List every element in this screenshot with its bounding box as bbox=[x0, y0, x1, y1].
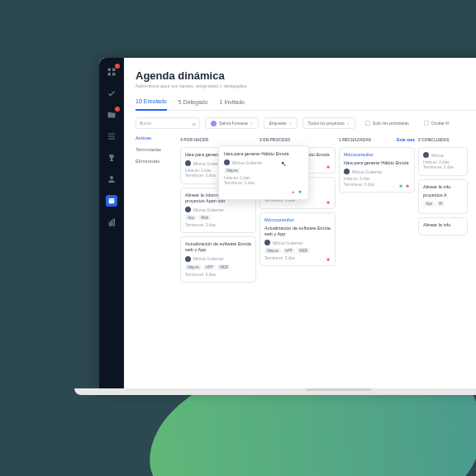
circle-icon: ○ bbox=[320, 257, 325, 262]
tab-finished[interactable]: Terminadas bbox=[136, 147, 174, 152]
svg-rect-2 bbox=[108, 73, 112, 76]
task-card[interactable]: Alinear la info bbox=[418, 217, 468, 236]
slack-icon: ✱ bbox=[298, 189, 303, 194]
svg-rect-3 bbox=[112, 73, 116, 76]
page-title: Agenda dinámica bbox=[136, 69, 476, 82]
task-card[interactable]: Mitzue Inicia en: 2 días Termina en: 3 d… bbox=[418, 147, 468, 176]
flag-icon: ✱ bbox=[406, 183, 411, 188]
task-card[interactable]: Microconsultor Idea para generar Hábito … bbox=[339, 147, 415, 193]
svg-point-9 bbox=[110, 176, 113, 179]
svg-rect-10 bbox=[109, 198, 115, 203]
search-input[interactable]: Busca⌕ bbox=[136, 117, 200, 129]
priorities-toggle[interactable]: Solo mis prioritarias bbox=[360, 117, 414, 129]
task-card[interactable]: Actualización de software Enrola web y A… bbox=[180, 236, 256, 283]
slack-icon: ✱ bbox=[399, 183, 404, 188]
svg-rect-13 bbox=[112, 221, 113, 226]
column-done: 2 CONCLUIDAS Mitzue Inicia en: 2 días Te… bbox=[418, 136, 468, 283]
task-card[interactable]: Microconsultor Actualización de software… bbox=[259, 212, 336, 267]
column-header: 4 POR HACER bbox=[180, 136, 256, 144]
main-content: Agenda dinámica Administra aquí tus tare… bbox=[124, 58, 476, 388]
tab-enrolled[interactable]: 10 Enrolado bbox=[136, 98, 167, 111]
flag-icon: ✱ bbox=[326, 200, 331, 205]
folder-icon[interactable] bbox=[106, 109, 117, 121]
flag-icon: ✱ bbox=[326, 164, 331, 169]
task-card[interactable]: Alinear la info proyectos A AppW bbox=[418, 179, 468, 214]
circle-icon: ○ bbox=[320, 200, 325, 205]
users-icon[interactable] bbox=[106, 174, 117, 185]
tab-deleted[interactable]: Eliminadas bbox=[136, 159, 174, 164]
column-header: 3 EN PROCESO bbox=[259, 136, 336, 144]
circle-icon: ○ bbox=[393, 183, 397, 188]
filter-bar: Busca⌕ Salma Fonseca▾ Etiquetas▾ Todos l… bbox=[136, 117, 476, 129]
grid-icon[interactable] bbox=[106, 66, 117, 78]
svg-rect-14 bbox=[113, 219, 115, 226]
svg-rect-12 bbox=[109, 222, 111, 226]
column-rejected: 1 RECHAZADASEste mes Microconsultor Idea… bbox=[339, 136, 415, 283]
sidebar bbox=[99, 58, 124, 388]
page-subtitle: Administra aquí tus tareas, asignadas y … bbox=[136, 83, 476, 88]
tab-active[interactable]: Activas bbox=[136, 136, 174, 140]
chart-icon[interactable] bbox=[106, 217, 117, 228]
top-tabs: 10 Enrolado 5 Delegado 1 Invitado ✓ Salm… bbox=[136, 98, 476, 111]
hide-filter[interactable]: Ocultar fil bbox=[419, 117, 454, 129]
card-popup[interactable]: Idea para generar Hábito Enrola Mitzue G… bbox=[218, 145, 309, 200]
list-icon[interactable] bbox=[106, 131, 117, 142]
svg-rect-1 bbox=[112, 69, 116, 72]
flag-icon: ✱ bbox=[326, 257, 331, 262]
svg-rect-8 bbox=[110, 160, 113, 161]
projects-filter[interactable]: Todos los proyectos▾ bbox=[302, 117, 355, 129]
trophy-icon[interactable] bbox=[106, 152, 117, 164]
period-link[interactable]: Este mes bbox=[397, 137, 415, 142]
user-filter[interactable]: Salma Fonseca▾ bbox=[205, 117, 259, 129]
svg-rect-7 bbox=[111, 159, 112, 160]
calendar-icon[interactable] bbox=[106, 195, 117, 207]
search-icon: ⌕ bbox=[193, 121, 196, 126]
tab-invited[interactable]: 1 Invitado bbox=[220, 99, 245, 110]
tags-filter[interactable]: Etiquetas▾ bbox=[264, 117, 298, 129]
svg-rect-0 bbox=[108, 69, 112, 72]
cursor-icon: ↖ bbox=[281, 160, 287, 168]
tab-delegated[interactable]: 5 Delegado bbox=[178, 99, 208, 110]
status-tabs: Activas Terminadas Eliminadas bbox=[136, 136, 174, 283]
check-icon[interactable] bbox=[106, 88, 117, 99]
column-header: 2 CONCLUIDAS bbox=[418, 136, 468, 144]
circle-icon: ○ bbox=[285, 189, 290, 194]
dot-icon: ● bbox=[292, 189, 297, 194]
column-header: 1 RECHAZADASEste mes bbox=[339, 136, 415, 144]
